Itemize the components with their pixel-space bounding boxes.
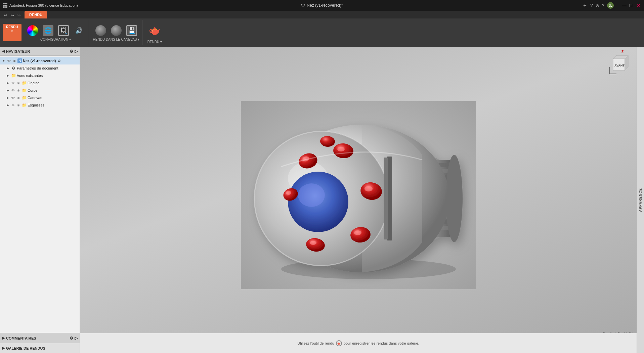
tree-item-origine[interactable]: ▶ 👁 ◉ 📁 Origine <box>0 79 80 87</box>
view-cube[interactable]: Z AVANT <box>606 50 633 77</box>
add-window-btn[interactable]: ＋ <box>582 2 588 9</box>
tree-item-params[interactable]: ▶ ⚙ Paramètres du document <box>0 64 80 72</box>
title-left: Autodesk Fusion 360 (Licence Education) <box>3 3 78 8</box>
help-btn[interactable]: ? <box>590 3 593 8</box>
right-panel-label: APPARENCE <box>639 188 642 212</box>
svg-point-33 <box>286 191 291 195</box>
canevas-label: RENDU DANS LE CANEVAS ▾ <box>93 38 140 41</box>
gallery-hint: Utilisez l'outil de rendu 🫖 pour enregis… <box>297 340 419 346</box>
export-icon: 🖼 <box>58 25 69 36</box>
ribbon-group-rendu-final: 🫖 RENDU ▾ <box>144 20 165 45</box>
app-title: Autodesk Fusion 360 (Licence Education) <box>9 3 78 7</box>
save-render-btn[interactable]: 💾 <box>125 24 139 37</box>
help2-btn[interactable]: ? <box>602 3 604 8</box>
svg-rect-36 <box>387 157 392 240</box>
gallery-title: GALERIE DE RENDUS <box>6 346 45 350</box>
canevas-eye[interactable]: 👁 <box>11 96 15 100</box>
tree-item-vues[interactable]: ▶ 📁 Vues existantes <box>0 72 80 79</box>
vues-arrow: ▶ <box>5 74 10 77</box>
minimize-btn[interactable]: — <box>622 3 627 8</box>
save-render-icon: 💾 <box>126 25 137 36</box>
sound-icon: 🔊 <box>74 25 84 36</box>
gallery-footer: Utilisez l'outil de rendu 🫖 pour enregis… <box>80 333 637 353</box>
navigator-controls: ⚙ ▷ <box>70 49 78 54</box>
root-settings-btn[interactable]: ⚙ <box>57 59 61 63</box>
canvas-sphere-icon <box>95 25 106 36</box>
corps-label: Corps <box>28 88 37 92</box>
color-sphere-icon <box>27 25 38 36</box>
comments-expand-btn2[interactable]: ▷ <box>75 336 78 341</box>
root-eye2[interactable]: ◉ <box>12 59 17 62</box>
scene-btn[interactable]: 🌐 <box>41 24 55 37</box>
root-eye[interactable]: 👁 <box>7 59 11 63</box>
close-btn[interactable]: ✕ <box>637 3 641 8</box>
corps-icon: 📁 <box>22 88 27 93</box>
render-tool-icon: 🫖 <box>336 340 342 346</box>
gallery-expand-btn[interactable]: ▶ <box>2 346 5 350</box>
sound-btn[interactable]: 🔊 <box>72 24 86 37</box>
user-initials[interactable]: JL <box>607 2 614 9</box>
svg-point-25 <box>337 147 345 151</box>
ribbon-group-configuration: 🌐 🖼 🔊 CONFIGURATION ▾ <box>23 20 89 45</box>
tree-item-corps[interactable]: ▶ 👁 ◉ 📁 Corps <box>0 87 80 94</box>
apps-icon[interactable] <box>3 3 7 8</box>
gallery-hint-text2: pour enregistrer les rendus dans votre g… <box>344 341 419 345</box>
ribbon: ↩ ↪ ↪ RENDU RENDU ▼ 🌐 <box>0 11 644 47</box>
final-render-btn[interactable]: 🫖 <box>146 22 163 39</box>
export-image-btn[interactable]: 🖼 <box>56 24 71 37</box>
canvas-render-btn1[interactable] <box>94 24 108 37</box>
canvas-render-btn2[interactable] <box>109 24 123 37</box>
svg-rect-37 <box>384 158 388 239</box>
comments-section[interactable]: ▶ COMMENTAIRES ⚙ ▷ <box>0 333 80 343</box>
rendu-dropdown-btn[interactable]: RENDU ▼ <box>3 24 22 41</box>
comments-settings-btn[interactable]: ⚙ <box>70 336 73 341</box>
redo2-btn[interactable]: ↪ <box>16 12 22 18</box>
maximize-btn[interactable]: □ <box>629 3 634 8</box>
origine-label: Origine <box>28 81 39 85</box>
esquisses-eye[interactable]: 👁 <box>11 103 15 107</box>
tree-item-root[interactable]: ▼ 👁 ◉ N Nez (v1-recovered) ⚙ <box>0 57 80 64</box>
esquisses-arrow: ▶ <box>5 103 10 107</box>
tab-rendu[interactable]: RENDU <box>25 11 47 18</box>
origine-arrow: ▶ <box>5 81 10 85</box>
ribbon-buttons-canevas: 💾 <box>94 24 139 37</box>
corps-arrow: ▶ <box>5 89 10 92</box>
undo-btn[interactable]: ↩ <box>3 12 8 18</box>
canevas-eye2[interactable]: ◉ <box>16 96 21 99</box>
params-label: Paramètres du document <box>17 66 58 70</box>
corps-eye[interactable]: 👁 <box>11 89 15 92</box>
ribbon-buttons-configuration: 🌐 🖼 🔊 <box>26 24 86 37</box>
navigator-title: NAVIGATEUR <box>6 49 30 53</box>
gallery-section[interactable]: ▶ GALERIE DE RENDUS <box>0 343 80 353</box>
redo-btn[interactable]: ↪ <box>9 12 15 18</box>
tree-item-canevas[interactable]: ▶ 👁 ◉ 📁 Canevas <box>0 94 80 101</box>
title-center: 🛡 Nez (v1-recovered)* <box>301 3 343 8</box>
navigator-header: ◀ NAVIGATEUR ⚙ ▷ <box>0 47 80 56</box>
navigator-settings-btn[interactable]: ⚙ <box>70 49 73 54</box>
canevas-label: Canevas <box>28 96 42 100</box>
root-label: Nez (v1-recovered) <box>23 59 56 63</box>
svg-text:AVANT: AVANT <box>614 64 625 67</box>
tree-item-esquisses[interactable]: ▶ 👁 ◉ 📁 Esquisses <box>0 101 80 109</box>
corps-eye2[interactable]: ◉ <box>16 89 21 92</box>
origine-eye[interactable]: 👁 <box>11 81 15 85</box>
svg-point-31 <box>310 241 316 245</box>
comments-title: COMMENTAIRES <box>6 336 36 340</box>
right-panel[interactable]: APPARENCE <box>637 47 644 353</box>
esquisses-icon: 📁 <box>22 102 27 108</box>
rendu-final-label: RENDU ▾ <box>147 40 162 44</box>
canevas-arrow: ▶ <box>5 96 10 99</box>
svg-point-29 <box>354 230 361 235</box>
account-btn[interactable]: ⊙ <box>596 3 599 8</box>
navigator-expand-btn[interactable]: ▷ <box>75 49 78 54</box>
esquisses-eye2[interactable]: ◉ <box>16 103 21 107</box>
gallery-hint-text1: Utilisez l'outil de rendu <box>297 341 334 345</box>
3d-object-svg <box>241 101 476 289</box>
ribbon-group-rendu-canevas: 💾 RENDU DANS LE CANEVAS ▾ <box>90 20 143 45</box>
nav-collapse-btn[interactable]: ◀ <box>2 49 5 53</box>
origine-eye2[interactable]: ◉ <box>16 81 21 85</box>
configuration-label: CONFIGURATION ▾ <box>40 38 71 41</box>
svg-point-27 <box>364 186 373 191</box>
appearance-btn[interactable] <box>26 24 40 37</box>
comments-expand-btn[interactable]: ▶ <box>2 336 5 340</box>
